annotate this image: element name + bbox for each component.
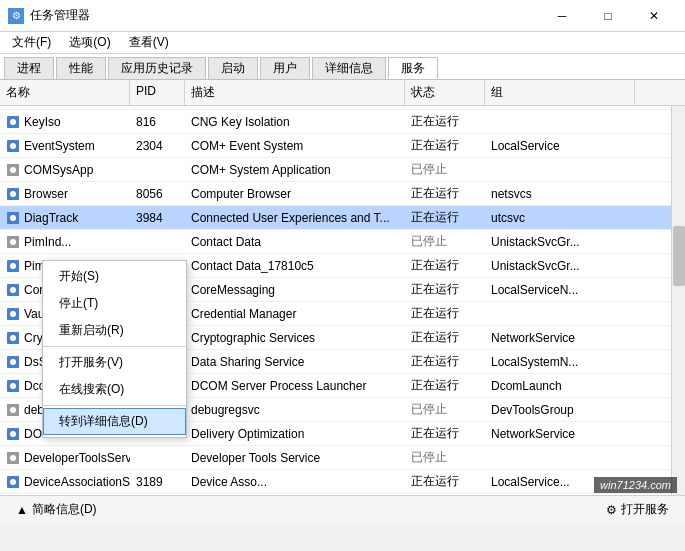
ctx-search-online[interactable]: 在线搜索(O) [43, 376, 186, 403]
svc-status: 已停止 [405, 230, 485, 253]
svc-status: 正在运行 [405, 134, 485, 157]
svc-group: DcomLaunch [485, 376, 635, 396]
svc-status: 正在运行 [405, 326, 485, 349]
svc-pid: 3189 [130, 472, 185, 492]
maximize-button[interactable]: □ [585, 0, 631, 32]
svg-point-35 [10, 383, 16, 389]
ctx-start[interactable]: 开始(S) [43, 263, 186, 290]
svc-desc: CoreMessaging [185, 280, 405, 300]
service-icon [6, 163, 20, 177]
svc-name: Browser [0, 184, 130, 204]
svg-point-33 [10, 359, 16, 365]
table-row[interactable]: EventSystem 2304 COM+ Event System 正在运行 … [0, 134, 671, 158]
open-service-label: 打开服务 [621, 501, 669, 518]
tab-performance[interactable]: 性能 [56, 57, 106, 79]
col-header-desc[interactable]: 描述 [185, 80, 405, 105]
svc-status: 已停止 [405, 446, 485, 469]
table-row[interactable]: DeviceAssociationService 3189 Device Ass… [0, 470, 671, 494]
col-header-name[interactable]: 名称 [0, 80, 130, 105]
ctx-open-service[interactable]: 打开服务(V) [43, 349, 186, 376]
menu-bar: 文件(F) 选项(O) 查看(V) [0, 32, 685, 54]
svc-desc: COM+ System Application [185, 160, 405, 180]
brief-info-button[interactable]: ▲ 简略信息(D) [8, 498, 105, 521]
tab-bar: 进程 性能 应用历史记录 启动 用户 详细信息 服务 [0, 54, 685, 80]
svc-desc: Developer Tools Service [185, 448, 405, 468]
svc-group: LocalSystemN... [485, 352, 635, 372]
close-button[interactable]: ✕ [631, 0, 677, 32]
svg-point-41 [10, 455, 16, 461]
menu-file[interactable]: 文件(F) [4, 32, 59, 54]
svc-group [485, 119, 635, 125]
svc-desc: DCOM Server Process Launcher [185, 376, 405, 396]
svc-name: COMSysApp [0, 160, 130, 180]
svc-group: DevToolsGroup [485, 400, 635, 420]
table-row[interactable]: KeyIso 816 CNG Key Isolation 正在运行 [0, 110, 671, 134]
svg-point-37 [10, 407, 16, 413]
open-service-button[interactable]: ⚙ 打开服务 [598, 498, 677, 521]
scrollbar-thumb[interactable] [673, 226, 685, 286]
ctx-restart[interactable]: 重新启动(R) [43, 317, 186, 344]
table-row[interactable]: COMSysApp COM+ System Application 已停止 [0, 158, 671, 182]
brief-info-label: 简略信息(D) [32, 501, 97, 518]
table-row[interactable]: DiagTrack 3984 Connected User Experience… [0, 206, 671, 230]
tab-users[interactable]: 用户 [260, 57, 310, 79]
col-header-pid[interactable]: PID [130, 80, 185, 105]
svc-status: 已停止 [405, 158, 485, 181]
ctx-divider-2 [43, 405, 186, 406]
svc-name: PimInd... [0, 232, 130, 252]
ctx-stop[interactable]: 停止(T) [43, 290, 186, 317]
svc-status: 正在运行 [405, 302, 485, 325]
svc-group: LocalServiceN... [485, 280, 635, 300]
tab-startup[interactable]: 启动 [208, 57, 258, 79]
svc-group [485, 311, 635, 317]
svc-desc: debugregsvc [185, 400, 405, 420]
svc-group: NetworkService [485, 424, 635, 444]
svc-desc: Credential Manager [185, 304, 405, 324]
tab-services[interactable]: 服务 [388, 57, 438, 79]
svc-group: netsvcs [485, 184, 635, 204]
svc-status: 正在运行 [405, 278, 485, 301]
minimize-button[interactable]: ─ [539, 0, 585, 32]
svg-point-29 [10, 311, 16, 317]
tab-details[interactable]: 详细信息 [312, 57, 386, 79]
service-icon [6, 451, 20, 465]
col-header-group[interactable]: 组 [485, 80, 635, 105]
menu-view[interactable]: 查看(V) [121, 32, 177, 54]
ctx-divider-1 [43, 346, 186, 347]
svc-status: 正在运行 [405, 422, 485, 445]
service-icon [6, 355, 20, 369]
service-icon [6, 115, 20, 129]
svc-name: EventSystem [0, 136, 130, 156]
svg-point-25 [10, 263, 16, 269]
svc-name: DeviceAssociationService [0, 472, 130, 492]
svg-point-43 [10, 479, 16, 485]
svg-point-19 [10, 191, 16, 197]
menu-options[interactable]: 选项(O) [61, 32, 118, 54]
table-row[interactable]: DeveloperToolsService Developer Tools Se… [0, 446, 671, 470]
ctx-goto-detail[interactable]: 转到详细信息(D) [43, 408, 186, 435]
svg-point-21 [10, 215, 16, 221]
service-icon [6, 379, 20, 393]
svg-point-27 [10, 287, 16, 293]
svc-pid: 2304 [130, 136, 185, 156]
col-header-status[interactable]: 状态 [405, 80, 485, 105]
svc-pid: 816 [130, 112, 185, 132]
svg-point-23 [10, 239, 16, 245]
service-icon [6, 331, 20, 345]
context-menu: 开始(S) 停止(T) 重新启动(R) 打开服务(V) 在线搜索(O) 转到详细… [42, 260, 187, 438]
service-icon [6, 283, 20, 297]
tab-processes[interactable]: 进程 [4, 57, 54, 79]
table-row[interactable]: PimInd... Contact Data 已停止 UnistackSvcGr… [0, 230, 671, 254]
svc-status: 正在运行 [405, 182, 485, 205]
svc-pid [130, 455, 185, 461]
svc-pid: 3984 [130, 208, 185, 228]
svc-desc: Cryptographic Services [185, 328, 405, 348]
table-row[interactable]: Browser 8056 Computer Browser 正在运行 netsv… [0, 182, 671, 206]
svc-desc: Contact Data [185, 232, 405, 252]
svc-desc: Device Asso... [185, 472, 405, 492]
svg-point-15 [10, 143, 16, 149]
scrollbar[interactable] [671, 104, 685, 523]
service-icon [6, 259, 20, 273]
svg-point-39 [10, 431, 16, 437]
tab-history[interactable]: 应用历史记录 [108, 57, 206, 79]
